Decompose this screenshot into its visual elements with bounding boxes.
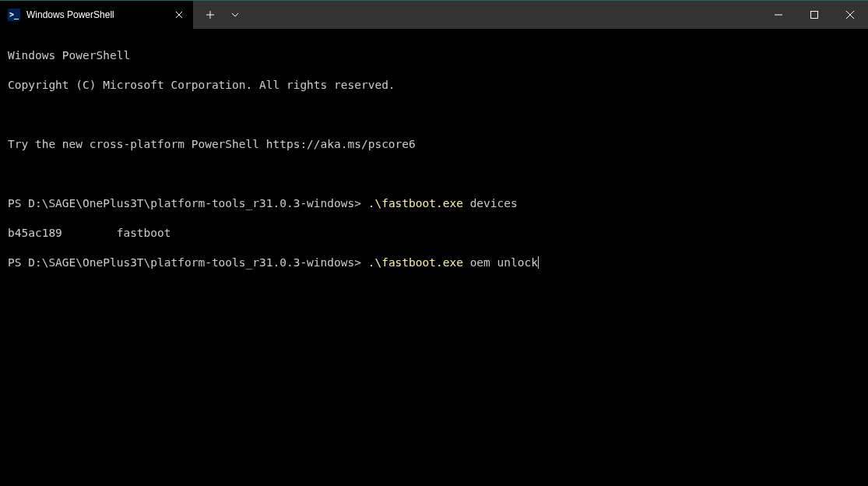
maximize-icon [810, 11, 818, 19]
command-args: devices [463, 197, 518, 210]
titlebar-drag-area[interactable] [248, 1, 761, 29]
terminal-line: Copyright (C) Microsoft Corporation. All… [8, 78, 860, 93]
close-icon [846, 11, 854, 19]
text-cursor [538, 256, 539, 269]
powershell-icon: >_ [8, 9, 20, 21]
svg-rect-0 [811, 12, 818, 19]
command-args: oem unlock [463, 256, 538, 269]
prompt-text: PS D:\SAGE\OnePlus3T\platform-tools_r31.… [8, 256, 368, 269]
command-exe: .\fastboot.exe [368, 197, 463, 210]
new-tab-button[interactable] [198, 1, 223, 29]
terminal-prompt-line: PS D:\SAGE\OnePlus3T\platform-tools_r31.… [8, 196, 860, 211]
tab-dropdown-button[interactable] [223, 1, 248, 29]
terminal-prompt-line: PS D:\SAGE\OnePlus3T\platform-tools_r31.… [8, 255, 860, 270]
terminal-line: Try the new cross-platform PowerShell ht… [8, 137, 860, 152]
plus-icon [206, 10, 215, 19]
maximize-button[interactable] [796, 1, 832, 29]
tab-powershell[interactable]: >_ Windows PowerShell [0, 1, 193, 29]
minimize-button[interactable] [761, 1, 796, 29]
command-exe: .\fastboot.exe [368, 256, 463, 269]
window-controls [761, 1, 868, 29]
terminal-content[interactable]: Windows PowerShell Copyright (C) Microso… [0, 29, 868, 290]
tab-actions [198, 1, 248, 29]
titlebar: >_ Windows PowerShell [0, 1, 868, 29]
close-icon [175, 11, 183, 19]
terminal-output-line: b45ac189 fastboot [8, 226, 860, 241]
chevron-down-icon [230, 10, 240, 19]
minimize-icon [775, 11, 782, 19]
terminal-line [8, 107, 860, 122]
tab-close-button[interactable] [173, 9, 185, 21]
window-close-button[interactable] [832, 1, 868, 29]
prompt-text: PS D:\SAGE\OnePlus3T\platform-tools_r31.… [8, 197, 368, 210]
terminal-line [8, 167, 860, 181]
tab-title: Windows PowerShell [26, 9, 167, 20]
terminal-line: Windows PowerShell [8, 48, 860, 63]
